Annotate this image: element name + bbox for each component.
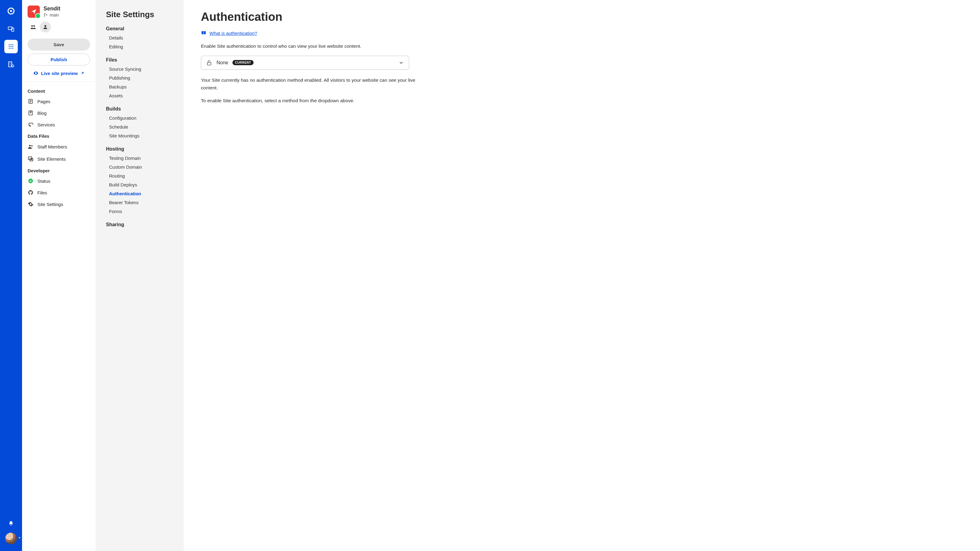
settings-link-bearer-tokens[interactable]: Bearer Tokens	[106, 198, 178, 207]
settings-link-backups[interactable]: Backups	[106, 83, 178, 91]
page-heading: Authentication	[201, 10, 963, 24]
nav-group-label: Developer	[22, 165, 95, 175]
user-scope-toggle	[22, 21, 95, 36]
current-badge: CURRENT	[232, 60, 253, 65]
settings-link-build-deploys[interactable]: Build Deploys	[106, 180, 178, 189]
settings-group-label: General	[106, 26, 178, 32]
svg-point-10	[9, 48, 10, 49]
settings-link-configuration[interactable]: Configuration	[106, 114, 178, 122]
settings-panel: Site Settings GeneralDetailsEditingFiles…	[95, 0, 184, 551]
settings-link-forms[interactable]: Forms	[106, 207, 178, 216]
personal-scope-button[interactable]	[40, 21, 51, 32]
body-text-1: Your Site currently has no authenticatio…	[201, 76, 415, 92]
people-icon	[30, 24, 36, 30]
external-link-icon	[80, 71, 84, 75]
svg-point-1	[10, 10, 12, 12]
svg-point-23	[29, 145, 30, 146]
intro-text: Enable Site authentication to control wh…	[201, 43, 415, 50]
apps-grid-icon[interactable]	[4, 40, 18, 53]
live-preview-label: Live site preview	[41, 71, 78, 76]
nav-item-status[interactable]: Status	[22, 175, 95, 187]
team-scope-button[interactable]	[27, 21, 38, 32]
nav-item-site-elements[interactable]: Site Elements	[22, 153, 95, 165]
settings-link-publishing[interactable]: Publishing	[106, 73, 178, 83]
nav-item-staff-members[interactable]: Staff Members	[22, 140, 95, 153]
person-icon	[43, 24, 48, 30]
settings-link-details[interactable]: Details	[106, 33, 178, 42]
site-sidebar: Sendit main Save Publish Live site previ…	[22, 0, 95, 551]
eye-icon	[33, 70, 38, 76]
svg-point-4	[9, 44, 10, 45]
settings-group-label: Hosting	[106, 146, 178, 152]
svg-point-24	[31, 145, 32, 146]
settings-link-testing-domain[interactable]: Testing Domain	[106, 154, 178, 162]
status-icon	[27, 178, 34, 184]
main-content: Authentication What is authentication? E…	[184, 0, 980, 551]
site-branch[interactable]: main	[43, 13, 60, 17]
svg-point-20	[45, 25, 46, 27]
settings-group-label: Files	[106, 57, 178, 63]
nav-item-label: Status	[37, 178, 51, 184]
brand-logo-icon[interactable]	[4, 4, 18, 18]
devices-icon[interactable]	[4, 22, 18, 35]
settings-link-custom-domain[interactable]: Custom Domain	[106, 162, 178, 171]
branch-icon	[43, 13, 48, 17]
nav-item-site-settings[interactable]: Site Settings	[22, 198, 95, 210]
bell-icon[interactable]	[4, 517, 18, 530]
nav-item-label: Site Elements	[37, 156, 66, 162]
settings-link-editing[interactable]: Editing	[106, 42, 178, 51]
svg-rect-28	[207, 62, 211, 65]
settings-link-site-mountings[interactable]: Site Mountings	[106, 131, 178, 140]
svg-point-18	[31, 25, 33, 27]
org-settings-icon[interactable]	[4, 57, 18, 71]
svg-point-19	[33, 25, 35, 27]
help-link-label: What is authentication?	[210, 30, 257, 36]
svg-point-8	[10, 46, 11, 47]
nav-group-label: Content	[22, 86, 95, 95]
services-icon	[27, 122, 34, 127]
nav-item-pages[interactable]: Pages	[22, 95, 95, 107]
svg-point-6	[12, 44, 13, 45]
nav-item-services[interactable]: Services	[22, 119, 95, 130]
nav-item-files[interactable]: Files	[22, 187, 95, 198]
svg-point-15	[44, 13, 45, 14]
settings-group-label: Builds	[106, 106, 178, 112]
nav-item-label: Pages	[37, 99, 51, 104]
site-logo-icon[interactable]	[27, 5, 40, 18]
settings-link-authentication[interactable]: Authentication	[106, 189, 178, 198]
settings-link-source-syncing[interactable]: Source Syncing	[106, 65, 178, 73]
elements-icon	[27, 156, 34, 162]
action-area: Save Publish Live site preview	[22, 36, 95, 82]
staff-icon	[27, 144, 34, 150]
settings-link-schedule[interactable]: Schedule	[106, 122, 178, 131]
site-name: Sendit	[43, 5, 60, 12]
blog-icon	[27, 110, 34, 116]
nav-item-label: Services	[37, 122, 55, 127]
svg-point-16	[44, 16, 45, 16]
page-icon	[27, 98, 34, 104]
unlock-icon	[206, 60, 212, 66]
settings-group: HostingTesting DomainCustom DomainRoutin…	[106, 146, 178, 216]
svg-point-17	[46, 15, 47, 15]
settings-link-routing[interactable]: Routing	[106, 171, 178, 180]
svg-point-11	[10, 48, 11, 49]
settings-link-assets[interactable]: Assets	[106, 91, 178, 100]
svg-point-7	[9, 46, 10, 47]
save-button[interactable]: Save	[27, 38, 90, 51]
user-avatar[interactable]	[5, 533, 17, 544]
body-text-2: To enable Site authentication, select a …	[201, 97, 415, 105]
nav-item-blog[interactable]: Blog	[22, 107, 95, 119]
settings-group: FilesSource SyncingPublishingBackupsAsse…	[106, 57, 178, 100]
publish-button[interactable]: Publish	[27, 54, 90, 65]
nav-item-label: Blog	[37, 111, 46, 116]
svg-point-9	[12, 46, 13, 47]
auth-method-dropdown[interactable]: None CURRENT	[201, 56, 409, 70]
settings-group-label: Sharing	[106, 222, 178, 227]
book-icon	[201, 30, 207, 36]
chevron-down-icon	[398, 60, 404, 65]
help-link[interactable]: What is authentication?	[201, 30, 257, 36]
live-preview-link[interactable]: Live site preview	[27, 68, 90, 76]
svg-point-12	[12, 48, 13, 49]
dropdown-value: None	[216, 60, 228, 65]
app-rail	[0, 0, 22, 551]
